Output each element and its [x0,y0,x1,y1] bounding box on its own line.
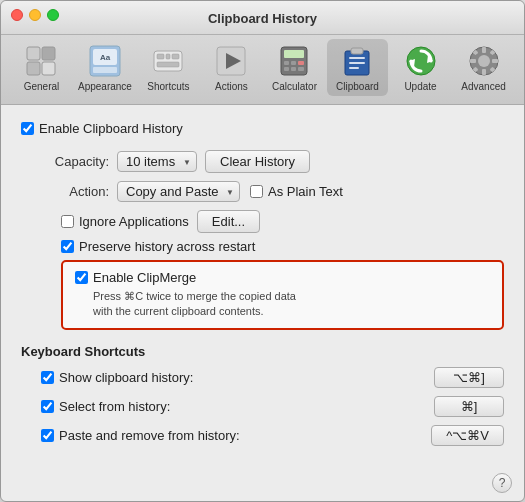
preserve-text: Preserve history across restart [79,239,255,254]
shortcut-text-1: Select from history: [59,399,170,414]
shortcut-label-2[interactable]: Paste and remove from history: [41,428,431,443]
clipmerge-label[interactable]: Enable ClipMerge [75,270,490,285]
svg-rect-33 [482,47,486,53]
enable-section: Enable Clipboard History [21,121,504,136]
clipmerge-checkbox[interactable] [75,271,88,284]
shortcut-row-1: Select from history: ⌘] [41,396,504,417]
svg-rect-9 [157,54,164,59]
capacity-select[interactable]: 10 items [117,151,197,172]
svg-rect-10 [166,54,170,59]
ignore-apps-label[interactable]: Ignore Applications [61,214,189,229]
shortcut-label-1[interactable]: Select from history: [41,399,434,414]
svg-rect-18 [291,61,296,65]
calculator-icon [276,43,312,79]
help-area: ? [1,469,524,501]
toolbar-item-advanced[interactable]: Advanced [453,39,514,96]
update-icon [403,43,439,79]
svg-rect-22 [298,67,304,71]
preserve-row: Preserve history across restart [61,239,504,254]
enable-checkbox-label[interactable]: Enable Clipboard History [21,121,183,136]
shortcut-checkbox-0[interactable] [41,371,54,384]
advanced-icon [466,43,502,79]
update-label: Update [404,81,436,92]
svg-rect-26 [349,62,365,64]
shortcut-checkbox-1[interactable] [41,400,54,413]
shortcut-label-0[interactable]: Show clipboard history: [41,370,434,385]
keyboard-shortcuts-header: Keyboard Shortcuts [21,344,504,359]
toolbar-item-clipboard[interactable]: Clipboard [327,39,388,96]
action-label: Action: [41,184,109,199]
ignore-apps-checkbox[interactable] [61,215,74,228]
calculator-label: Calculator [272,81,317,92]
clipboard-label: Clipboard [336,81,379,92]
svg-text:Aa: Aa [100,53,111,62]
enable-checkbox[interactable] [21,122,34,135]
shortcut-key-2: ^⌥⌘V [431,425,504,446]
capacity-label: Capacity: [41,154,109,169]
svg-rect-36 [492,59,498,63]
svg-rect-19 [298,61,304,65]
shortcut-key-1: ⌘] [434,396,504,417]
svg-rect-27 [349,67,359,69]
toolbar-item-actions[interactable]: Actions [201,39,262,96]
help-button[interactable]: ? [492,473,512,493]
preserve-label[interactable]: Preserve history across restart [61,239,255,254]
svg-rect-35 [470,59,476,63]
actions-icon [213,43,249,79]
toolbar-item-calculator[interactable]: Calculator [264,39,325,96]
clear-history-button[interactable]: Clear History [205,150,310,173]
svg-rect-3 [42,62,55,75]
clipmerge-description: Press ⌘C twice to merge the copied dataw… [93,289,490,320]
shortcut-text-2: Paste and remove from history: [59,428,240,443]
toolbar-item-general[interactable]: General [11,39,72,96]
capacity-select-wrapper: 10 items [117,151,197,172]
enable-label-text: Enable Clipboard History [39,121,183,136]
svg-rect-1 [42,47,55,60]
advanced-label: Advanced [461,81,505,92]
title-bar: Clipboard History [1,1,524,35]
window-title: Clipboard History [208,11,317,26]
maximize-button[interactable] [47,9,59,21]
shortcut-key-0: ⌥⌘] [434,367,504,388]
plain-text-label[interactable]: As Plain Text [250,184,343,199]
minimize-button[interactable] [29,9,41,21]
edit-button[interactable]: Edit... [197,210,260,233]
appearance-icon: Aa [87,43,123,79]
svg-rect-25 [349,57,365,59]
ignore-apps-row: Ignore Applications Edit... [61,210,504,233]
svg-rect-6 [93,67,117,73]
preserve-checkbox[interactable] [61,240,74,253]
svg-rect-34 [482,69,486,75]
plain-text-checkbox[interactable] [250,185,263,198]
shortcut-checkbox-2[interactable] [41,429,54,442]
svg-point-32 [478,55,490,67]
toolbar-item-appearance[interactable]: Aa Appearance [74,39,136,96]
capacity-row: Capacity: 10 items Clear History [41,150,504,173]
ignore-apps-text: Ignore Applications [79,214,189,229]
close-button[interactable] [11,9,23,21]
shortcut-row-2: Paste and remove from history: ^⌥⌘V [41,425,504,446]
content-area: Enable Clipboard History Capacity: 10 it… [1,105,524,469]
svg-rect-2 [27,62,40,75]
shortcut-text-0: Show clipboard history: [59,370,193,385]
svg-rect-17 [284,61,289,65]
svg-rect-12 [157,62,179,67]
clipmerge-text: Enable ClipMerge [93,270,196,285]
clipboard-icon [339,43,375,79]
action-row: Action: Copy and Paste As Plain Text [41,181,504,202]
toolbar: General Aa Appearance [1,35,524,105]
toolbar-item-update[interactable]: Update [390,39,451,96]
shortcut-row-0: Show clipboard history: ⌥⌘] [41,367,504,388]
svg-rect-21 [291,67,296,71]
shortcuts-icon [150,43,186,79]
shortcuts-list: Show clipboard history: ⌥⌘] Select from … [41,367,504,446]
svg-rect-11 [172,54,179,59]
clipmerge-box: Enable ClipMerge Press ⌘C twice to merge… [61,260,504,330]
svg-rect-24 [351,48,363,54]
plain-text-text: As Plain Text [268,184,343,199]
action-select[interactable]: Copy and Paste [117,181,240,202]
toolbar-item-shortcuts[interactable]: Shortcuts [138,39,199,96]
traffic-lights [1,9,59,21]
general-icon [23,43,59,79]
actions-label: Actions [215,81,248,92]
